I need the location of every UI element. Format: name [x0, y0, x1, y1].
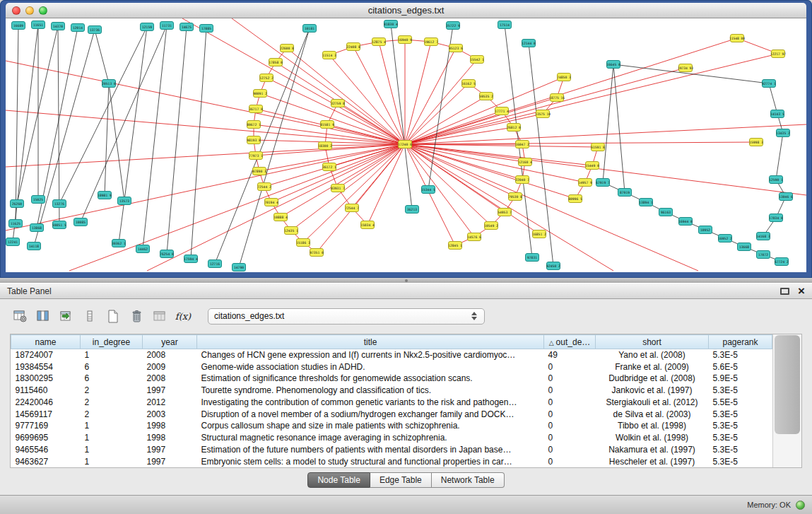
paper-node[interactable]: 13894 1 [639, 199, 653, 206]
column-header-name[interactable]: name [11, 335, 81, 349]
cell-title[interactable]: Structural magnetic resonance image aver… [197, 432, 544, 444]
paper-node[interactable]: 10181 [303, 25, 317, 33]
paper-node[interactable]: 70194 4 [264, 199, 278, 206]
delete-column-icon[interactable] [150, 306, 170, 326]
cell-year[interactable]: 2008 [143, 349, 197, 361]
citation-edge[interactable] [13, 25, 38, 242]
citation-edge[interactable] [603, 64, 613, 182]
paper-node[interactable]: 26260 [11, 200, 24, 208]
cell-pagerank[interactable]: 5.3E-5 [709, 455, 772, 467]
paper-node[interactable]: 17514 [498, 21, 512, 29]
citation-edge[interactable] [405, 144, 522, 180]
paper-node[interactable]: 35722 9 [446, 22, 460, 30]
cell-year[interactable]: 1997 [143, 385, 197, 397]
cell-title[interactable]: Estimation of significance thresholds fo… [197, 373, 544, 385]
zoom-window-icon[interactable] [39, 6, 47, 15]
paper-node[interactable]: 20513 0 [102, 80, 116, 88]
paper-node[interactable]: 92450 2 [546, 262, 560, 270]
paper-node[interactable]: 36172 1 [322, 163, 336, 171]
paper-node[interactable]: 14675 [180, 23, 194, 31]
cell-out_de[interactable]: 0 [544, 361, 596, 373]
paper-node[interactable]: 11625 [9, 220, 23, 228]
cell-name[interactable]: 9699695 [11, 432, 81, 444]
column-header-short[interactable]: short [596, 335, 709, 349]
paper-node[interactable]: 15186 3 [296, 239, 310, 247]
cell-in_degree[interactable]: 2 [81, 397, 143, 409]
citation-edge[interactable] [391, 24, 412, 209]
citation-edge[interactable] [327, 124, 405, 144]
citation-edge[interactable] [776, 133, 783, 180]
cell-out_de[interactable]: 0 [544, 373, 596, 385]
paper-node[interactable]: 12160 4 [518, 158, 532, 166]
paper-node[interactable]: 12144 0 [522, 40, 536, 47]
citation-edge[interactable] [17, 26, 58, 204]
paper-node[interactable]: 17034 0 [769, 214, 783, 222]
paper-node[interactable]: 17072 [757, 251, 770, 259]
paper-node[interactable]: 12875 4 [372, 38, 386, 46]
cell-out_de[interactable]: 0 [544, 385, 596, 397]
paper-node[interactable]: 12590 1 [769, 176, 783, 184]
citation-edge[interactable] [405, 114, 543, 144]
paper-node[interactable]: 22408 8 [346, 43, 360, 51]
paper-node[interactable]: 16162 5 [461, 80, 476, 88]
paper-node[interactable]: 17240 6 [398, 141, 412, 148]
paper-node[interactable]: 14576 6 [467, 233, 481, 241]
citation-edge[interactable] [405, 96, 486, 144]
paper-node[interactable]: 36213 [406, 206, 419, 214]
paper-node[interactable]: 11514 3 [322, 52, 336, 59]
import-table-icon[interactable] [57, 306, 76, 326]
paper-node[interactable]: 90091 2 [253, 90, 267, 98]
citation-edge[interactable] [143, 25, 167, 249]
citation-edge[interactable] [119, 27, 147, 243]
citation-edge[interactable] [338, 103, 405, 144]
panel-resize-handle[interactable] [0, 278, 812, 283]
paper-node[interactable]: 15025 [32, 196, 45, 204]
cell-name[interactable]: 9465546 [11, 444, 81, 456]
cell-in_degree[interactable]: 6 [81, 373, 143, 385]
paper-node[interactable]: 16952 2 [718, 235, 732, 243]
paper-node[interactable]: 17885 [200, 25, 213, 33]
cell-out_de[interactable]: 0 [544, 444, 596, 456]
table-row[interactable]: 1830029562008Estimation of significance … [11, 373, 772, 385]
paper-node[interactable]: 14790 [233, 264, 246, 271]
citation-edge[interactable] [405, 144, 592, 165]
cell-short[interactable]: Dudbridge et al. (2008) [596, 373, 709, 385]
citation-edge[interactable] [281, 144, 405, 217]
paper-node[interactable]: 32759 8 [331, 100, 345, 107]
cell-title[interactable]: Embryonic stem cells: a model to study s… [197, 455, 544, 467]
paper-node[interactable]: 10085 [74, 218, 88, 226]
paper-node[interactable]: 13575 10 [535, 110, 551, 118]
cell-short[interactable]: Tibbo et al. (1998) [596, 420, 709, 432]
cell-title[interactable]: Disruption of a novel member of a sodium… [197, 408, 544, 420]
column-header-title[interactable]: title [197, 335, 544, 349]
cell-year[interactable]: 2012 [143, 397, 197, 409]
paper-node[interactable]: 16851 2 [532, 230, 546, 238]
tab-node-table[interactable]: Node Table [307, 472, 370, 488]
paper-node[interactable]: 11548 08 [729, 35, 745, 42]
table-row[interactable]: 1938455462009Genome-wide association stu… [11, 361, 772, 373]
cell-name[interactable]: 9463627 [11, 455, 81, 467]
cell-pagerank[interactable]: 5.6E-5 [709, 361, 772, 373]
paper-node[interactable]: 92774 1 [762, 80, 776, 88]
cell-out_de[interactable]: 0 [544, 455, 596, 467]
cell-pagerank[interactable]: 5.5E-5 [709, 397, 772, 409]
cell-short[interactable]: Stergiakouli et al. (2012) [596, 397, 709, 409]
citation-edge[interactable] [405, 38, 737, 144]
cell-short[interactable]: Nakamura et al. (1997) [596, 444, 709, 456]
paper-node[interactable]: 15449 0 [585, 162, 599, 170]
paper-node[interactable]: 87919 [618, 189, 632, 197]
float-panel-icon[interactable] [780, 288, 789, 295]
citation-edge[interactable] [405, 124, 806, 144]
citation-edge[interactable] [405, 144, 474, 237]
cell-in_degree[interactable]: 2 [81, 408, 143, 420]
paper-node[interactable]: 14957 9 [578, 179, 592, 187]
citation-edge[interactable] [291, 144, 405, 230]
cell-title[interactable]: Genome-wide association studies in ADHD. [197, 361, 544, 373]
paper-node[interactable]: 14370 [52, 23, 65, 30]
paper-node[interactable]: 83931 7 [331, 185, 345, 192]
paper-node[interactable]: 17594 4 [184, 255, 198, 263]
paper-node[interactable]: 17858 0 [269, 59, 283, 66]
citation-edge[interactable] [109, 83, 124, 201]
cell-short[interactable]: Wolkin et al. (1998) [596, 432, 709, 444]
cell-out_de[interactable]: 0 [544, 397, 596, 409]
